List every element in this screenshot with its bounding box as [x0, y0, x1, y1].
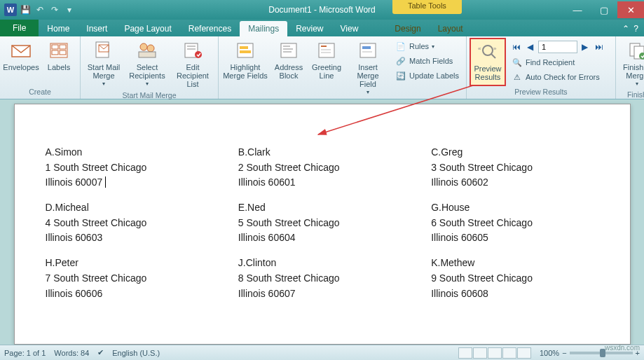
document-page[interactable]: A.Simon 1 South Street Chicago Illinois … [14, 104, 631, 345]
label-cell[interactable]: B.Clark 2 South Street Chicago Illinois … [238, 145, 406, 191]
last-record-button[interactable]: ⏭ [593, 41, 605, 53]
status-zoom[interactable]: 100% [540, 349, 559, 357]
envelope-icon [10, 39, 32, 62]
edit-recipient-list-button[interactable]: Edit Recipient List [170, 38, 215, 90]
svg-point-14 [195, 51, 202, 58]
svg-point-9 [147, 45, 154, 52]
update-labels-button[interactable]: 🔄Update Labels [392, 69, 462, 83]
svg-rect-17 [240, 50, 251, 53]
match-icon: 🔗 [395, 55, 406, 67]
qat-dropdown-icon[interactable]: ▾ [63, 4, 76, 16]
label-cell[interactable]: H.Peter 7 South Street Chicago Illinois … [46, 256, 213, 301]
zoom-slider[interactable] [570, 352, 633, 354]
greeting-line-button[interactable]: Greeting Line [308, 38, 345, 97]
close-button[interactable]: ✕ [617, 1, 644, 18]
mail-merge-icon [93, 39, 115, 62]
zoom-out-button[interactable]: − [562, 349, 566, 357]
group-finish: Finish & Merge ▾ Finish [616, 36, 644, 99]
tab-review[interactable]: Review [287, 21, 331, 36]
draft-view[interactable] [517, 347, 531, 359]
start-mail-merge-button[interactable]: Start Mail Merge ▾ [83, 38, 124, 90]
label-cell[interactable]: J.Clinton 8 South Street Chicago Illinoi… [238, 256, 406, 301]
envelopes-button[interactable]: Envelopes [3, 38, 39, 86]
match-fields-button[interactable]: 🔗Match Fields [392, 54, 462, 68]
text-cursor [102, 176, 106, 188]
address-block-icon [278, 39, 300, 62]
greeting-icon [315, 39, 338, 62]
rules-icon: 📄 [395, 41, 406, 52]
minimize-ribbon-icon[interactable]: ⌃ [622, 24, 629, 34]
label-cell[interactable]: E.Ned 5 South Street Chicago Illinois 60… [238, 200, 406, 246]
svg-rect-26 [360, 43, 376, 57]
group-write-insert: Highlight Merge Fields Address Block Gre… [219, 36, 467, 99]
rules-button[interactable]: 📄Rules ▾ [392, 39, 462, 53]
tab-layout[interactable]: Layout [430, 21, 472, 36]
table-tools-context: Table Tools [392, 0, 462, 14]
label-cell[interactable]: C.Greg 3 South Street Chicago Illinois 6… [431, 145, 598, 191]
auto-check-errors-button[interactable]: ⚠Auto Check for Errors [509, 70, 611, 84]
tab-file[interactable]: File [0, 20, 39, 36]
word-app-icon[interactable]: W [4, 4, 17, 16]
preview-results-button[interactable]: «» Preview Results [470, 38, 506, 86]
tab-design[interactable]: Design [386, 21, 429, 36]
edit-list-icon [181, 39, 204, 62]
group-start-mail-merge: Start Mail Merge ▾ Select Recipients ▾ E… [81, 36, 219, 99]
find-recipient-button[interactable]: 🔍Find Recipient [509, 55, 611, 69]
view-buttons [458, 347, 531, 359]
outline-view[interactable] [502, 347, 516, 359]
check-icon: ⚠ [512, 71, 523, 83]
highlight-merge-fields-button[interactable]: Highlight Merge Fields [221, 38, 269, 97]
ribbon-tabs: File Home Insert Page Layout References … [0, 20, 644, 36]
svg-point-8 [140, 43, 147, 50]
tab-view[interactable]: View [332, 21, 367, 36]
web-layout-view[interactable] [488, 347, 502, 359]
svg-rect-27 [362, 46, 371, 49]
preview-icon: «» [477, 41, 499, 63]
status-language[interactable]: English (U.S.) [112, 349, 160, 357]
undo-icon[interactable]: ↶ [34, 4, 46, 16]
ribbon: Envelopes Labels Create Start Mail Merge… [0, 36, 644, 99]
finish-icon [626, 39, 644, 62]
labels-button[interactable]: Labels [41, 38, 77, 86]
label-cell[interactable]: G.House 6 South Street Chicago Illinois … [431, 200, 598, 246]
tab-insert[interactable]: Insert [78, 21, 116, 36]
first-record-button[interactable]: ⏮ [510, 41, 523, 53]
document-area[interactable]: A.Simon 1 South Street Chicago Illinois … [0, 99, 644, 345]
tab-page-layout[interactable]: Page Layout [116, 21, 179, 36]
svg-rect-18 [281, 43, 296, 57]
prev-record-button[interactable]: ◀ [524, 41, 537, 53]
address-block-button[interactable]: Address Block [270, 38, 307, 97]
insert-merge-field-button[interactable]: Insert Merge Field ▾ [346, 38, 390, 97]
label-cell[interactable]: A.Simon 1 South Street Chicago Illinois … [46, 145, 213, 191]
tab-references[interactable]: References [180, 21, 240, 36]
tab-mailings[interactable]: Mailings [240, 21, 287, 36]
svg-rect-10 [139, 52, 156, 57]
maximize-button[interactable]: ▢ [591, 1, 617, 18]
tab-home[interactable]: Home [39, 21, 78, 36]
merge-field-icon [357, 39, 379, 62]
status-words[interactable]: Words: 84 [54, 349, 89, 357]
redo-icon[interactable]: ↷ [48, 4, 61, 16]
label-cell[interactable]: K.Methew 9 South Street Chicago Illinois… [431, 256, 598, 301]
full-screen-view[interactable] [473, 347, 487, 359]
print-layout-view[interactable] [458, 347, 472, 359]
save-icon[interactable]: 💾 [19, 4, 32, 16]
next-record-button[interactable]: ▶ [579, 41, 591, 53]
select-recipients-button[interactable]: Select Recipients ▾ [125, 38, 169, 90]
update-icon: 🔄 [395, 70, 406, 81]
help-icon[interactable]: ? [633, 24, 638, 34]
svg-point-30 [483, 46, 493, 55]
group-create: Envelopes Labels Create [0, 36, 81, 99]
find-icon: 🔍 [512, 57, 523, 68]
svg-text:»: » [493, 46, 497, 52]
label-cell[interactable]: D.Micheal 4 South Street Chicago Illinoi… [46, 200, 213, 246]
svg-rect-16 [240, 46, 248, 49]
finish-merge-button[interactable]: Finish & Merge ▾ [619, 38, 644, 89]
title-bar: W 💾 ↶ ↷ ▾ Document1 - Microsoft Word Tab… [0, 0, 644, 20]
status-page[interactable]: Page: 1 of 1 [4, 349, 46, 357]
minimize-button[interactable]: — [564, 1, 591, 18]
record-number-input[interactable] [538, 41, 577, 53]
watermark-text: wsxdn.com [605, 344, 640, 352]
proofing-icon[interactable]: ✔ [97, 348, 104, 357]
window-title: Document1 - Microsoft Word [268, 5, 376, 15]
